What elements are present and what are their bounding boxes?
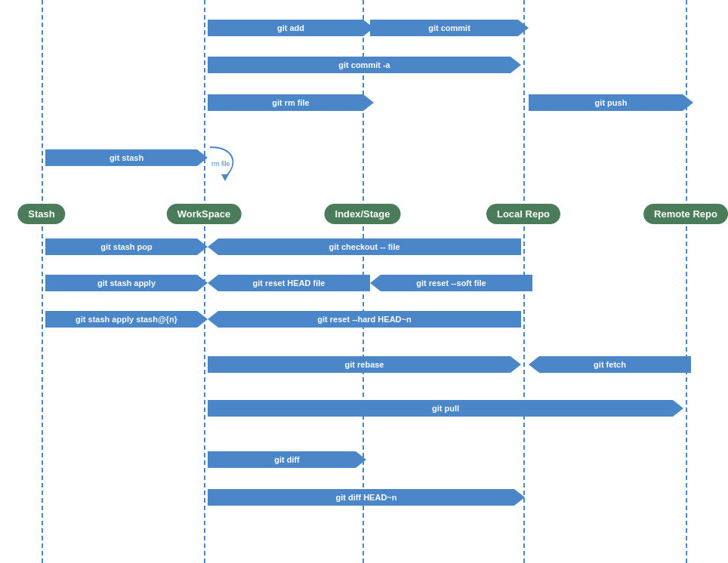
arrow-git-checkout-file: git checkout -- file — [208, 238, 521, 255]
curved-arrow-rm-file: rm file — [202, 140, 248, 186]
arrow-git-stash-apply: git stash apply — [45, 275, 208, 291]
arrow-git-diff: git diff — [208, 451, 366, 468]
node-label-stash: Stash — [17, 204, 65, 224]
arrow-git-commit: git commit — [370, 20, 529, 36]
vertical-line — [42, 0, 43, 563]
arrow-git-add: git add — [208, 20, 374, 36]
vertical-line — [686, 0, 687, 563]
arrow-git-rm-file: git rm file — [208, 94, 374, 111]
node-label-workspace: WorkSpace — [167, 204, 242, 224]
node-label-remoterepo: Remote Repo — [643, 204, 728, 224]
arrow-git-pull: git pull — [208, 400, 683, 417]
arrow-git-reset-hard: git reset --hard HEAD~n — [208, 311, 521, 328]
arrow-git-rebase: git rebase — [208, 356, 521, 373]
arrow-git-stash-apply-n: git stash apply stash@{n} — [45, 311, 208, 328]
arrow-git-fetch: git fetch — [529, 356, 691, 373]
node-label-localrepo: Local Repo — [486, 204, 560, 224]
svg-text:rm file: rm file — [211, 160, 230, 168]
arrow-git-stash: git stash — [45, 149, 208, 166]
arrow-git-reset-head: git reset HEAD file — [208, 275, 370, 291]
arrow-git-reset-soft: git reset --soft file — [370, 275, 532, 291]
arrow-git-stash-pop: git stash pop — [45, 238, 208, 255]
svg-marker-0 — [221, 174, 229, 181]
git-workflow-diagram: StashWorkSpaceIndex/StageLocal RepoRemot… — [0, 0, 728, 563]
arrow-git-push: git push — [529, 94, 693, 111]
arrow-git-commit-a: git commit -a — [208, 57, 521, 73]
arrow-git-diff-head: git diff HEAD~n — [208, 489, 525, 506]
node-label-index: Index/Stage — [325, 204, 401, 224]
